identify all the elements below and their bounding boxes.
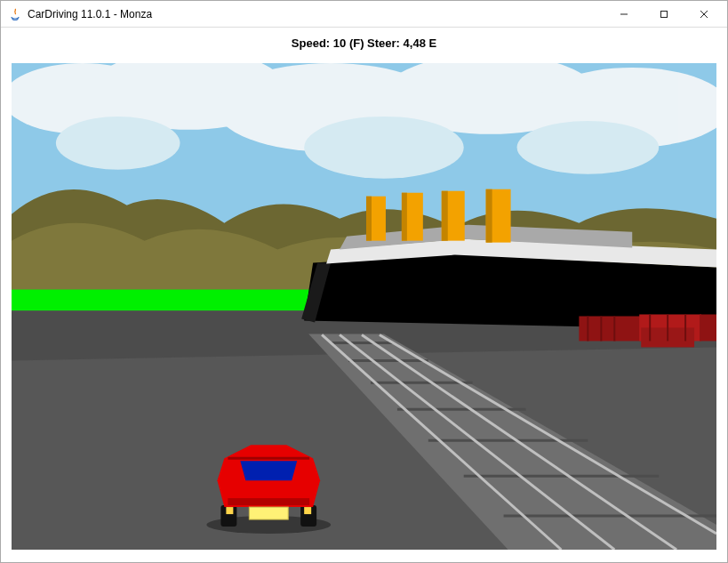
close-button[interactable] [684,1,724,27]
svg-rect-50 [228,498,309,505]
maximize-button[interactable] [644,1,684,27]
svg-rect-51 [249,507,288,519]
svg-rect-38 [700,314,716,341]
minimize-button[interactable] [604,1,644,27]
svg-rect-35 [486,189,492,243]
app-window: CarDriving 11.0.1 - Monza Speed: 10 (F) … [0,0,728,563]
hud-status: Speed: 10 (F) Steer: 4,48 E [1,28,727,50]
svg-rect-33 [402,193,407,241]
client-area: Speed: 10 (F) Steer: 4,48 E [1,28,727,562]
game-viewport[interactable] [12,63,716,550]
svg-point-11 [517,121,660,174]
window-title: CarDriving 11.0.1 - Monza [28,8,604,20]
window-controls [604,1,724,27]
clouds [12,63,716,179]
svg-rect-34 [442,191,448,241]
svg-point-9 [56,117,180,170]
player-car [206,445,331,534]
svg-rect-53 [304,507,311,514]
java-icon [8,7,22,21]
svg-point-10 [304,117,464,179]
svg-rect-52 [226,507,233,514]
svg-rect-32 [366,197,372,241]
titlebar[interactable]: CarDriving 11.0.1 - Monza [1,1,727,28]
svg-rect-1 [660,11,667,17]
scene-canvas [12,63,716,550]
